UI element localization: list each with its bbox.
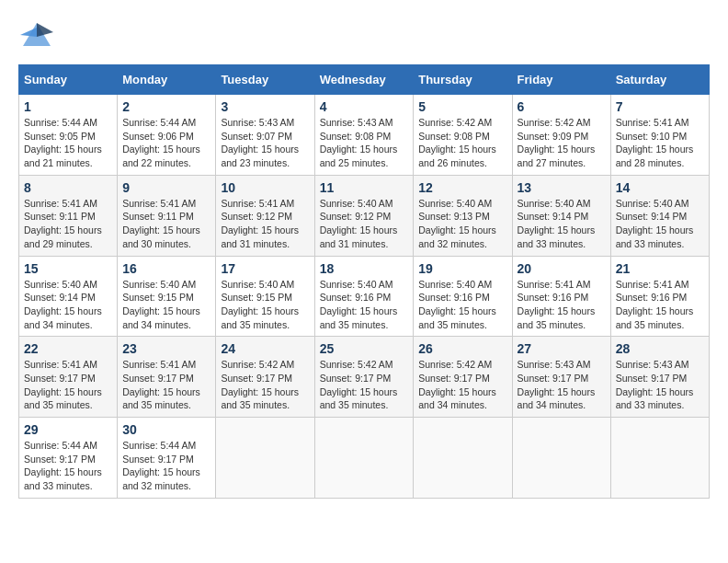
- svg-marker-2: [20, 28, 37, 37]
- day-info: Sunrise: 5:44 AM Sunset: 9:17 PM Dayligh…: [122, 439, 210, 493]
- day-info: Sunrise: 5:40 AM Sunset: 9:14 PM Dayligh…: [518, 197, 606, 251]
- calendar-cell: 1 Sunrise: 5:44 AM Sunset: 9:05 PM Dayli…: [19, 95, 118, 176]
- week-row-3: 15 Sunrise: 5:40 AM Sunset: 9:14 PM Dayl…: [19, 256, 710, 337]
- day-info: Sunrise: 5:40 AM Sunset: 9:15 PM Dayligh…: [122, 278, 210, 332]
- day-number: 22: [24, 341, 112, 356]
- sunset-time: Sunset: 9:14 PM: [518, 211, 589, 222]
- day-number: 30: [122, 422, 210, 437]
- daylight-hours: Daylight: 15 hours and 35 minutes.: [24, 386, 102, 411]
- daylight-hours: Daylight: 15 hours and 34 minutes.: [24, 305, 102, 330]
- day-number: 5: [418, 99, 506, 114]
- daylight-hours: Daylight: 15 hours and 35 minutes.: [518, 305, 596, 330]
- day-info: Sunrise: 5:41 AM Sunset: 9:17 PM Dayligh…: [122, 358, 210, 412]
- calendar-cell: 11 Sunrise: 5:40 AM Sunset: 9:12 PM Dayl…: [314, 175, 414, 256]
- daylight-hours: Daylight: 15 hours and 35 minutes.: [221, 386, 299, 411]
- calendar-header-wednesday: Wednesday: [314, 65, 414, 95]
- day-info: Sunrise: 5:40 AM Sunset: 9:12 PM Dayligh…: [320, 197, 409, 251]
- day-info: Sunrise: 5:40 AM Sunset: 9:15 PM Dayligh…: [221, 278, 309, 332]
- calendar-cell: 4 Sunrise: 5:43 AM Sunset: 9:08 PM Dayli…: [314, 95, 414, 176]
- day-number: 20: [518, 261, 606, 276]
- sunset-time: Sunset: 9:16 PM: [320, 292, 392, 303]
- week-row-5: 29 Sunrise: 5:44 AM Sunset: 9:17 PM Dayl…: [19, 418, 710, 499]
- daylight-hours: Daylight: 15 hours and 28 minutes.: [616, 144, 694, 168]
- calendar-cell: 27 Sunrise: 5:43 AM Sunset: 9:17 PM Dayl…: [512, 337, 610, 418]
- sunset-time: Sunset: 9:08 PM: [418, 131, 490, 142]
- daylight-hours: Daylight: 15 hours and 33 minutes.: [616, 224, 694, 249]
- sunset-time: Sunset: 9:17 PM: [122, 373, 194, 384]
- day-info: Sunrise: 5:42 AM Sunset: 9:17 PM Dayligh…: [418, 358, 506, 412]
- sunrise-time: Sunrise: 5:42 AM: [518, 117, 591, 128]
- day-number: 15: [24, 261, 112, 276]
- sunrise-time: Sunrise: 5:43 AM: [221, 117, 294, 128]
- day-number: 8: [24, 180, 112, 195]
- day-number: 2: [122, 99, 210, 114]
- day-info: Sunrise: 5:40 AM Sunset: 9:14 PM Dayligh…: [24, 278, 112, 332]
- sunrise-time: Sunrise: 5:41 AM: [122, 359, 196, 370]
- calendar-cell: 17 Sunrise: 5:40 AM Sunset: 9:15 PM Dayl…: [216, 256, 314, 337]
- calendar-cell: 16 Sunrise: 5:40 AM Sunset: 9:15 PM Dayl…: [118, 256, 216, 337]
- day-info: Sunrise: 5:44 AM Sunset: 9:05 PM Dayligh…: [24, 116, 112, 170]
- daylight-hours: Daylight: 15 hours and 25 minutes.: [320, 144, 398, 168]
- day-info: Sunrise: 5:43 AM Sunset: 9:17 PM Dayligh…: [616, 358, 704, 412]
- daylight-hours: Daylight: 15 hours and 30 minutes.: [122, 224, 200, 249]
- daylight-hours: Daylight: 15 hours and 21 minutes.: [24, 144, 102, 168]
- sunrise-time: Sunrise: 5:43 AM: [616, 359, 689, 370]
- day-number: 28: [616, 341, 704, 356]
- sunrise-time: Sunrise: 5:44 AM: [122, 117, 196, 128]
- sunset-time: Sunset: 9:16 PM: [518, 292, 589, 303]
- day-number: 26: [418, 341, 506, 356]
- day-info: Sunrise: 5:43 AM Sunset: 9:08 PM Dayligh…: [320, 116, 409, 170]
- sunset-time: Sunset: 9:05 PM: [24, 131, 96, 142]
- day-info: Sunrise: 5:41 AM Sunset: 9:11 PM Dayligh…: [122, 197, 210, 251]
- day-number: 13: [518, 180, 606, 195]
- logo: [18, 18, 59, 55]
- daylight-hours: Daylight: 15 hours and 35 minutes.: [122, 386, 200, 411]
- day-number: 9: [122, 180, 210, 195]
- day-number: 24: [221, 341, 309, 356]
- day-info: Sunrise: 5:44 AM Sunset: 9:06 PM Dayligh…: [122, 116, 210, 170]
- day-info: Sunrise: 5:40 AM Sunset: 9:14 PM Dayligh…: [616, 197, 704, 251]
- sunset-time: Sunset: 9:10 PM: [616, 131, 688, 142]
- calendar-cell: 30 Sunrise: 5:44 AM Sunset: 9:17 PM Dayl…: [118, 418, 216, 499]
- day-number: 29: [24, 422, 112, 437]
- logo-icon: [18, 18, 55, 55]
- calendar-header-sunday: Sunday: [19, 65, 118, 95]
- day-number: 6: [518, 99, 606, 114]
- day-number: 14: [616, 180, 704, 195]
- sunrise-time: Sunrise: 5:40 AM: [24, 279, 97, 290]
- calendar-cell: 25 Sunrise: 5:42 AM Sunset: 9:17 PM Dayl…: [314, 337, 414, 418]
- daylight-hours: Daylight: 15 hours and 27 minutes.: [518, 144, 596, 168]
- sunrise-time: Sunrise: 5:40 AM: [418, 279, 492, 290]
- sunset-time: Sunset: 9:12 PM: [320, 211, 392, 222]
- calendar-cell: [610, 418, 709, 499]
- sunrise-time: Sunrise: 5:40 AM: [122, 279, 196, 290]
- sunrise-time: Sunrise: 5:41 AM: [24, 198, 97, 209]
- sunset-time: Sunset: 9:06 PM: [122, 131, 194, 142]
- day-info: Sunrise: 5:43 AM Sunset: 9:07 PM Dayligh…: [221, 116, 309, 170]
- calendar-cell: 18 Sunrise: 5:40 AM Sunset: 9:16 PM Dayl…: [314, 256, 414, 337]
- daylight-hours: Daylight: 15 hours and 31 minutes.: [221, 224, 299, 249]
- calendar-cell: 5 Sunrise: 5:42 AM Sunset: 9:08 PM Dayli…: [414, 95, 512, 176]
- week-row-2: 8 Sunrise: 5:41 AM Sunset: 9:11 PM Dayli…: [19, 175, 710, 256]
- sunset-time: Sunset: 9:16 PM: [616, 292, 688, 303]
- week-row-1: 1 Sunrise: 5:44 AM Sunset: 9:05 PM Dayli…: [19, 95, 710, 176]
- day-info: Sunrise: 5:40 AM Sunset: 9:16 PM Dayligh…: [418, 278, 506, 332]
- day-info: Sunrise: 5:41 AM Sunset: 9:11 PM Dayligh…: [24, 197, 112, 251]
- day-number: 10: [221, 180, 309, 195]
- sunset-time: Sunset: 9:14 PM: [616, 211, 688, 222]
- svg-marker-1: [37, 23, 53, 37]
- daylight-hours: Daylight: 15 hours and 34 minutes.: [122, 305, 200, 330]
- sunrise-time: Sunrise: 5:42 AM: [418, 117, 492, 128]
- daylight-hours: Daylight: 15 hours and 33 minutes.: [24, 466, 102, 491]
- day-info: Sunrise: 5:41 AM Sunset: 9:16 PM Dayligh…: [518, 278, 606, 332]
- sunset-time: Sunset: 9:11 PM: [24, 211, 96, 222]
- calendar-cell: [216, 418, 314, 499]
- day-info: Sunrise: 5:42 AM Sunset: 9:08 PM Dayligh…: [418, 116, 506, 170]
- calendar-cell: 19 Sunrise: 5:40 AM Sunset: 9:16 PM Dayl…: [414, 256, 512, 337]
- sunrise-time: Sunrise: 5:40 AM: [418, 198, 492, 209]
- sunrise-time: Sunrise: 5:41 AM: [616, 117, 689, 128]
- week-row-4: 22 Sunrise: 5:41 AM Sunset: 9:17 PM Dayl…: [19, 337, 710, 418]
- calendar-table: SundayMondayTuesdayWednesdayThursdayFrid…: [18, 64, 710, 499]
- calendar-cell: 10 Sunrise: 5:41 AM Sunset: 9:12 PM Dayl…: [216, 175, 314, 256]
- calendar-cell: 2 Sunrise: 5:44 AM Sunset: 9:06 PM Dayli…: [118, 95, 216, 176]
